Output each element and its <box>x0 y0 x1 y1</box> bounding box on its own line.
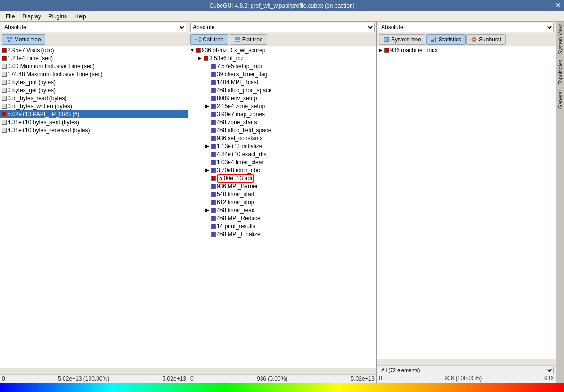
menu-help[interactable]: Help <box>71 12 90 21</box>
right-tree-content[interactable]: ▶936 machine Linux <box>377 46 556 359</box>
color-indicator <box>211 144 216 149</box>
tree-item[interactable]: ▶1.13e+11 initialize <box>188 142 376 150</box>
list-item[interactable]: 0 bytes_get (bytes) <box>0 86 188 94</box>
list-item[interactable]: 0 io_bytes_written (bytes) <box>0 102 188 110</box>
tree-item[interactable]: ▶936 machine Linux <box>377 46 556 54</box>
tree-item[interactable]: 4.84e+10 exact_rhs <box>188 150 376 158</box>
expand-arrow[interactable] <box>204 184 210 189</box>
expand-arrow[interactable]: ▼ <box>189 48 195 53</box>
tree-item[interactable]: 612 timer_stop <box>188 198 376 206</box>
expand-arrow[interactable] <box>204 200 210 205</box>
tree-item[interactable]: ▼936 bt-mz.D.x_wl_scorep <box>188 46 376 54</box>
tab-statistics[interactable]: Statistics <box>426 34 466 45</box>
expand-arrow[interactable]: ▶ <box>204 104 210 109</box>
tree-item[interactable]: 468 zone_starts <box>188 118 376 126</box>
tab-metric-tree[interactable]: Metric tree <box>2 34 45 45</box>
mid-hscroll[interactable] <box>188 368 376 374</box>
tab-flat-tree[interactable]: Flat tree <box>230 34 267 45</box>
menu-display[interactable]: Display <box>18 12 44 21</box>
expand-arrow[interactable]: ▶ <box>204 168 210 173</box>
list-item[interactable]: 4.31e+10 bytes_received (bytes) <box>0 126 188 134</box>
mid-panel: Absolute Call tree Fla <box>188 22 377 383</box>
expand-arrow[interactable]: ▶ <box>197 56 203 61</box>
tree-item[interactable]: 936 set_constants <box>188 134 376 142</box>
left-tree-content[interactable]: 2.95e7 Visits (occ)1.23e4 Time (sec)0.00… <box>0 46 188 368</box>
expand-arrow[interactable]: ▶ <box>378 48 384 53</box>
expand-arrow[interactable] <box>204 64 210 69</box>
expand-arrow[interactable]: ▶ <box>204 208 210 213</box>
tree-item[interactable]: 14 print_results <box>188 222 376 230</box>
tree-item[interactable]: 1404 MPI_Bcast <box>188 78 376 86</box>
expand-arrow[interactable] <box>204 160 210 165</box>
list-item[interactable]: 0.00 Minimum Inclusive Time (sec) <box>0 62 188 70</box>
expand-arrow[interactable] <box>204 72 210 77</box>
tree-item[interactable]: 3.90e7 map_zones <box>188 110 376 118</box>
expand-arrow[interactable] <box>204 120 210 125</box>
expand-arrow[interactable] <box>204 136 210 141</box>
list-item[interactable]: 4.31e+10 bytes_sent (bytes) <box>0 118 188 126</box>
tree-item[interactable]: 468 alloc_field_space <box>188 126 376 134</box>
list-item[interactable]: 5.02e+13 PAPI_FP_OPS (#) <box>0 110 188 118</box>
tree-item[interactable]: 468 MPI_Finalize <box>188 230 376 238</box>
expand-arrow[interactable] <box>204 192 210 197</box>
left-content-wrap: 2.95e7 Visits (occ)1.23e4 Time (sec)0.00… <box>0 46 188 368</box>
expand-arrow[interactable] <box>204 128 210 133</box>
expand-arrow[interactable] <box>204 152 210 157</box>
list-item[interactable]: 174.48 Maximum Inclusive Time (sec) <box>0 70 188 78</box>
menu-plugins[interactable]: Plugins <box>45 12 71 21</box>
side-label-system-view[interactable]: System View <box>556 22 564 57</box>
expand-arrow[interactable] <box>204 112 210 117</box>
tree-item[interactable]: ▶468 timer_read <box>188 206 376 214</box>
mid-tree-content[interactable]: ▼936 bt-mz.D.x_wl_scorep▶3.53e6 bt_mz7.5… <box>188 46 376 368</box>
expand-arrow[interactable] <box>204 216 210 221</box>
color-indicator <box>211 160 216 165</box>
tree-item[interactable]: ▶3.70e8 exch_qbc <box>188 166 376 174</box>
tree-item[interactable]: 468 alloc_proc_space <box>188 86 376 94</box>
tree-item[interactable]: ▶3.53e6 bt_mz <box>188 54 376 62</box>
tree-item[interactable]: 7.57e5 setup_mpi <box>188 62 376 70</box>
tree-item[interactable]: ▶2.15e4 zone_setup <box>188 102 376 110</box>
expand-arrow[interactable] <box>204 232 210 237</box>
side-label-topologies[interactable]: Topologies <box>556 57 564 88</box>
expand-arrow[interactable] <box>204 176 210 181</box>
tree-item[interactable]: 5.00e+13 adi <box>188 174 376 182</box>
right-filter-select[interactable]: All (72 elements) <box>379 367 554 374</box>
tab-sunburst[interactable]: Sunburst <box>466 34 506 45</box>
tab-sunburst-label: Sunburst <box>479 36 501 43</box>
list-item[interactable]: 0 bytes_put (bytes) <box>0 78 188 86</box>
tree-item[interactable]: 39 check_timer_flag <box>188 70 376 78</box>
tree-item[interactable]: 936 MPI_Barrier <box>188 182 376 190</box>
right-dropdown[interactable]: Absolute <box>379 23 554 32</box>
tree-item[interactable]: 540 timer_start <box>188 190 376 198</box>
close-button[interactable]: ✕ <box>556 1 561 9</box>
tab-system-tree[interactable]: System tree <box>379 34 425 45</box>
left-hscroll[interactable] <box>0 368 188 374</box>
side-label-general[interactable]: General <box>556 88 564 112</box>
expand-arrow[interactable] <box>204 96 210 101</box>
tree-item[interactable]: 468 MPI_Reduce <box>188 214 376 222</box>
left-dropdown[interactable]: Absolute <box>2 23 186 32</box>
tab-call-tree[interactable]: Call tree <box>190 34 228 45</box>
item-label: 174.48 Maximum Inclusive Time (sec) <box>8 71 102 78</box>
list-item[interactable]: 0 io_bytes_read (bytes) <box>0 94 188 102</box>
item-label: 0 bytes_put (bytes) <box>8 79 56 86</box>
tree-item[interactable]: 8009 env_setup <box>188 94 376 102</box>
svg-line-10 <box>197 38 199 40</box>
expand-arrow[interactable] <box>204 80 210 85</box>
color-indicator <box>211 128 216 133</box>
expand-arrow[interactable] <box>204 224 210 229</box>
menu-file[interactable]: File <box>2 12 18 21</box>
list-item[interactable]: 1.23e4 Time (sec) <box>0 54 188 62</box>
expand-arrow[interactable] <box>204 88 210 93</box>
color-indicator <box>211 88 216 93</box>
tree-item[interactable]: 1.03e4 timer_clear <box>188 158 376 166</box>
color-indicator <box>2 72 7 77</box>
list-item[interactable]: 2.95e7 Visits (occ) <box>0 46 188 54</box>
color-indicator <box>211 152 216 157</box>
expand-arrow[interactable]: ▶ <box>204 144 210 149</box>
right-hscroll[interactable] <box>377 359 556 365</box>
mid-dropdown[interactable]: Absolute <box>190 23 375 32</box>
left-status: 0 5.02e+13 (100.00%) 5.02e+13 <box>0 374 188 383</box>
item-label: 612 timer_stop <box>217 199 254 206</box>
color-indicator <box>2 112 7 117</box>
